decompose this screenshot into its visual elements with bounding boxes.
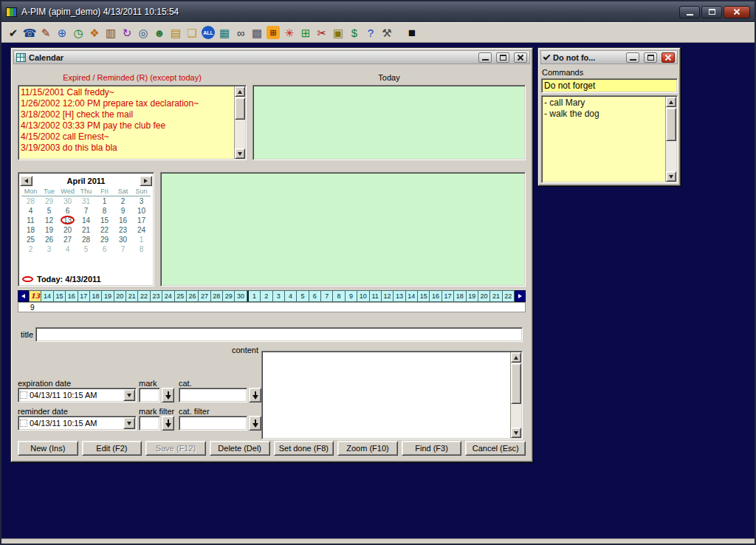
calendar-day[interactable]: 28 xyxy=(21,197,40,207)
tasks-icon[interactable]: ⊞ xyxy=(298,24,314,41)
expired-item[interactable]: 3/19/2003 do this bla bla xyxy=(21,143,233,154)
calendar-minimize-button[interactable] xyxy=(478,52,492,63)
folder-icon[interactable]: ❏ xyxy=(184,24,200,41)
scroll-down-button[interactable] xyxy=(666,171,676,182)
strip-day[interactable]: 8 xyxy=(333,290,345,302)
strip-day[interactable]: 14 xyxy=(41,290,53,302)
strip-day[interactable]: 10 xyxy=(357,290,369,302)
expiration-checkbox[interactable] xyxy=(20,391,27,399)
strip-day[interactable]: 20 xyxy=(114,290,126,302)
calendar-day[interactable]: 5 xyxy=(40,207,58,216)
strip-day[interactable]: 23 xyxy=(151,290,162,302)
strip-day[interactable]: 17 xyxy=(78,290,90,302)
strip-day[interactable]: 15 xyxy=(54,290,66,302)
calendar-day[interactable]: 23 xyxy=(114,226,132,236)
calendar-day-today[interactable]: 13 xyxy=(58,216,77,226)
schedule-icon[interactable]: ▦ xyxy=(216,24,233,41)
action-button-delete[interactable]: Delete (Del) xyxy=(210,441,270,456)
check-icon[interactable]: ✔ xyxy=(5,24,21,41)
calendar-day[interactable]: 24 xyxy=(132,226,151,236)
palette-icon[interactable]: ❖ xyxy=(86,24,103,41)
expired-item[interactable]: 1/26/2002 12:00 PM prepare tax declarati… xyxy=(21,98,233,109)
expired-item[interactable]: 4/13/2002 03:33 PM pay the club fee xyxy=(21,120,233,131)
strip-day[interactable]: 29 xyxy=(223,290,235,302)
report-icon[interactable]: ▥ xyxy=(103,24,119,41)
calendar-day[interactable]: 8 xyxy=(132,245,151,255)
reminder-checkbox[interactable] xyxy=(20,419,27,427)
expiration-date-combo[interactable]: 04/13/11 10:15 AM xyxy=(18,388,137,402)
strip-day[interactable]: 4 xyxy=(285,290,297,302)
next-month-button[interactable] xyxy=(140,176,152,186)
edit-pen-icon[interactable]: ✎ xyxy=(38,24,54,41)
calendar-close-button[interactable] xyxy=(514,52,527,63)
calendar-day[interactable]: 2 xyxy=(21,245,40,255)
calendar-day[interactable]: 1 xyxy=(132,236,151,245)
calendar-titlebar[interactable]: Calendar xyxy=(13,50,530,64)
calendar-day[interactable]: 22 xyxy=(95,226,114,236)
strip-day[interactable]: 19 xyxy=(467,290,478,302)
strip-day[interactable]: 24 xyxy=(162,290,174,302)
strip-day[interactable]: 13 xyxy=(394,290,405,302)
prev-month-button[interactable] xyxy=(20,176,32,186)
strip-day[interactable]: 14 xyxy=(406,290,418,302)
strip-day[interactable]: 20 xyxy=(478,290,490,302)
strip-day[interactable]: 25 xyxy=(175,290,187,302)
notes-minimize-button[interactable] xyxy=(626,52,639,63)
expired-item[interactable]: 11/15/2001 Call freddy~ xyxy=(21,87,233,98)
clock-icon[interactable]: ◷ xyxy=(70,24,86,41)
strip-day[interactable]: 13 xyxy=(29,290,41,302)
action-button-find[interactable]: Find (F3) xyxy=(402,441,462,456)
calendar-day[interactable]: 10 xyxy=(132,207,151,216)
calendar-day[interactable]: 17 xyxy=(132,216,151,226)
notes-combo[interactable]: Do not forget xyxy=(541,78,678,93)
sync-icon[interactable]: ↻ xyxy=(119,24,135,41)
close-button[interactable] xyxy=(724,6,750,18)
exit-icon[interactable]: ■ xyxy=(404,24,420,41)
strip-prev-button[interactable] xyxy=(18,290,29,302)
expiration-dropdown-button[interactable] xyxy=(123,389,135,401)
calendar-day[interactable]: 1 xyxy=(95,197,114,207)
tools-icon[interactable]: ⚒ xyxy=(379,24,395,41)
expired-list[interactable]: 11/15/2001 Call freddy~1/26/2002 12:00 P… xyxy=(18,85,247,160)
action-button-zoom[interactable]: Zoom (F10) xyxy=(337,441,398,456)
strip-day[interactable]: 30 xyxy=(235,290,247,302)
calendar-day[interactable]: 5 xyxy=(77,245,95,255)
table-icon[interactable]: ▩ xyxy=(249,24,265,41)
calendar-day[interactable]: 4 xyxy=(21,207,40,216)
strip-next-button[interactable] xyxy=(515,290,526,302)
strip-day[interactable]: 22 xyxy=(503,290,515,302)
phone-icon[interactable]: ☎ xyxy=(21,24,38,41)
calendar-day[interactable]: 3 xyxy=(132,197,151,207)
scroll-up-button[interactable] xyxy=(235,86,245,97)
strip-day[interactable]: 5 xyxy=(297,290,309,302)
calendar-day[interactable]: 2 xyxy=(114,197,132,207)
strip-day[interactable]: 7 xyxy=(321,290,333,302)
calendar-day[interactable]: 7 xyxy=(114,245,132,255)
scroll-thumb[interactable] xyxy=(235,97,245,120)
calendar-day[interactable]: 29 xyxy=(40,197,58,207)
strip-day[interactable]: 18 xyxy=(454,290,466,302)
strip-day[interactable]: 27 xyxy=(199,290,210,302)
scroll-thumb[interactable] xyxy=(511,363,521,404)
calendar-day[interactable]: 11 xyxy=(21,216,40,226)
strip-day[interactable]: 21 xyxy=(490,290,502,302)
scroll-up-button[interactable] xyxy=(511,352,521,363)
strip-day[interactable]: 18 xyxy=(90,290,102,302)
calculator-icon[interactable]: ⊞ xyxy=(267,26,280,39)
action-button-new[interactable]: New (Ins) xyxy=(18,441,78,456)
strip-day[interactable]: 26 xyxy=(187,290,199,302)
strip-day[interactable]: 17 xyxy=(442,290,454,302)
reminder-dropdown-button[interactable] xyxy=(123,417,135,429)
strip-day[interactable]: 15 xyxy=(418,290,430,302)
calendar-day[interactable]: 15 xyxy=(95,216,114,226)
strip-day[interactable]: 2 xyxy=(261,290,272,302)
contacts-icon[interactable]: ☻ xyxy=(151,24,168,41)
content-textarea[interactable] xyxy=(261,351,523,439)
strip-day[interactable]: 28 xyxy=(211,290,223,302)
category-field[interactable] xyxy=(179,388,247,402)
calendar-day[interactable]: 18 xyxy=(21,226,40,236)
database-icon[interactable]: ▤ xyxy=(168,24,184,41)
calendar-day[interactable]: 16 xyxy=(114,216,132,226)
calendar-day[interactable]: 31 xyxy=(77,197,95,207)
calendar-day[interactable]: 14 xyxy=(77,216,95,226)
